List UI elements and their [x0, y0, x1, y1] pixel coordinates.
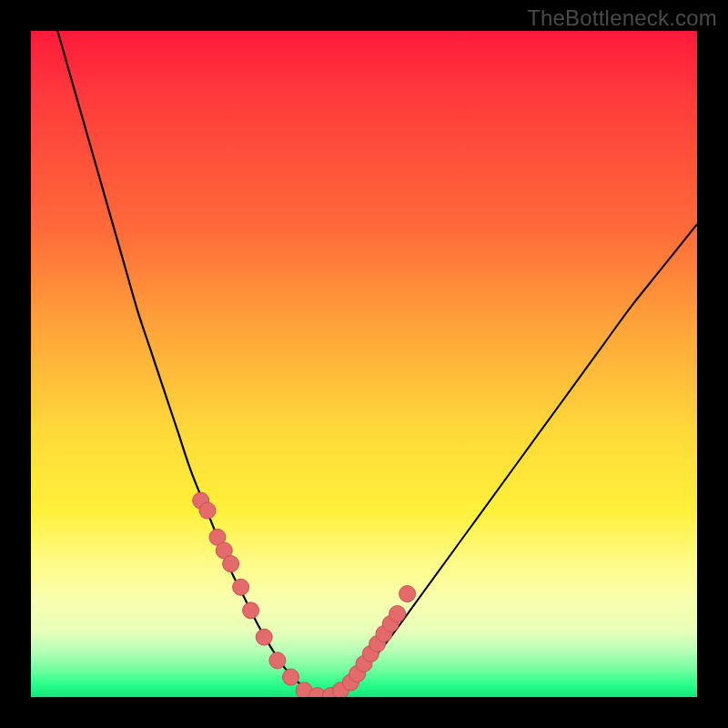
watermark-text: TheBottleneck.com	[527, 5, 717, 31]
dot	[389, 606, 406, 622]
dot	[243, 602, 259, 619]
chart-frame: TheBottleneck.com	[0, 0, 728, 728]
bottleneck-curve-svg	[31, 31, 697, 697]
plot-area	[31, 31, 697, 697]
curve-left	[57, 31, 324, 697]
dot	[282, 669, 298, 685]
dot	[223, 556, 239, 572]
highlight-dots	[193, 492, 416, 697]
dot	[399, 586, 416, 602]
dot	[256, 629, 272, 645]
dot	[199, 502, 216, 519]
dot	[233, 579, 249, 595]
dot	[269, 652, 286, 669]
